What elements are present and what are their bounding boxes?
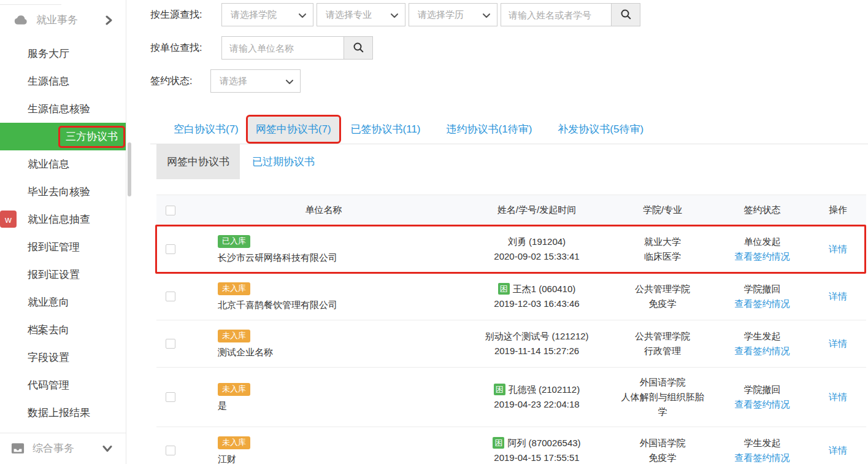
- detail-link[interactable]: 详情: [829, 242, 847, 257]
- sidebar-item-label: 字段设置: [28, 350, 69, 365]
- sidebar-item-13[interactable]: 代码管理: [0, 371, 126, 399]
- sidebar-item-4[interactable]: 三方协议书: [0, 123, 126, 150]
- major-name: 临床医学: [619, 249, 706, 264]
- company-name: 测试企业名称: [218, 345, 463, 360]
- row-checkbox[interactable]: [166, 392, 175, 402]
- sidebar-group-label: 就业事务: [36, 13, 78, 27]
- major-name: 免疫学: [619, 296, 706, 311]
- company-search-button[interactable]: [344, 36, 373, 60]
- chevron-down-icon: [299, 10, 306, 20]
- college-name: 公共管理学院: [619, 282, 706, 296]
- major-select-value: 请选择专业: [326, 9, 372, 21]
- sidebar-item-12[interactable]: 字段设置: [0, 344, 126, 371]
- subtab-2[interactable]: 已过期协议书: [252, 144, 315, 179]
- sidebar-item-5[interactable]: 就业信息: [0, 150, 126, 178]
- filter-row-source: 按生源查找: 请选择学院 请选择专业 请选择学历: [150, 3, 868, 26]
- tab-5[interactable]: 补发协议书(5待审): [558, 122, 643, 136]
- sidebar-item-11[interactable]: 档案去向: [0, 316, 126, 344]
- table-row: 未入库 是 困孔德强 (2102112) 2019-04-23 22:04:18…: [156, 368, 866, 427]
- tab-2[interactable]: 网签中协议书(7): [246, 115, 341, 144]
- agreement-subtabs: 网签中协议书已过期协议书: [156, 144, 868, 179]
- company-filter-label: 按单位查找:: [150, 42, 221, 55]
- college-name: 外国语学院: [619, 436, 706, 450]
- cloud-icon: [12, 15, 28, 26]
- detail-link[interactable]: 详情: [829, 289, 847, 304]
- row-checkbox[interactable]: [166, 244, 175, 254]
- tab-1[interactable]: 空白协议书(7): [174, 122, 239, 136]
- chevron-down-icon: [102, 445, 112, 452]
- sidebar-item-9[interactable]: 报到证设置: [0, 261, 126, 288]
- sidebar-item-8[interactable]: 报到证管理: [0, 233, 126, 261]
- status-filter-label: 签约状态:: [150, 75, 210, 88]
- chevron-down-icon: [286, 76, 293, 87]
- row-checkbox[interactable]: [166, 339, 175, 349]
- store-status-badge: 未入库: [218, 383, 250, 396]
- tab-4[interactable]: 违约协议书(1待审): [447, 122, 532, 136]
- view-sign-status-link[interactable]: 查看签约情况: [735, 296, 790, 311]
- sign-status-text: 单位发起: [715, 234, 810, 249]
- company-name: 北京千喜鹊餐饮管理有限公司: [218, 298, 463, 312]
- row-checkbox[interactable]: [166, 446, 175, 455]
- table-body: 已入库 长沙市云研网络科技有限公司 刘勇 (191204) 2020-09-02…: [156, 226, 866, 464]
- college-select[interactable]: 请选择学院: [221, 3, 313, 26]
- student-name-id: 阿列 (870026543): [507, 438, 580, 448]
- major-name: 免疫学: [619, 450, 706, 464]
- detail-link[interactable]: 详情: [829, 336, 847, 351]
- college-name: 公共管理学院: [619, 329, 706, 344]
- sidebar-item-10[interactable]: 就业意向: [0, 288, 126, 316]
- major-select[interactable]: 请选择专业: [317, 3, 405, 26]
- tab-3[interactable]: 已签协议书(11): [351, 122, 421, 136]
- sign-status-text: 学院撤回: [715, 382, 810, 397]
- sign-status-text: 学院撤回: [715, 282, 810, 296]
- view-sign-status-link[interactable]: 查看签约情况: [735, 397, 790, 412]
- sidebar-item-3[interactable]: 生源信息核验: [0, 95, 126, 123]
- table-row: 已入库 长沙市云研网络科技有限公司 刘勇 (191204) 2020-09-02…: [156, 226, 866, 273]
- student-name-input[interactable]: [501, 3, 612, 26]
- initiated-time: 2019-04-23 22:04:18: [463, 397, 610, 412]
- student-name-id: 刘勇 (191204): [508, 236, 566, 247]
- column-header: 姓名/学号/发起时间: [463, 204, 610, 216]
- source-filter-label: 按生源查找:: [150, 9, 221, 21]
- initiated-time: 2019-11-14 15:27:26: [463, 344, 610, 358]
- company-name: 是: [218, 398, 463, 413]
- source-search-button[interactable]: [611, 3, 640, 26]
- row-checkbox[interactable]: [166, 292, 175, 301]
- detail-link[interactable]: 详情: [829, 443, 847, 458]
- subtab-1[interactable]: 网签中协议书: [156, 144, 240, 179]
- company-name-input[interactable]: [221, 36, 344, 60]
- chevron-down-icon: [483, 10, 490, 20]
- major-name: 人体解剖与组织胚胎学: [619, 390, 706, 419]
- filter-row-company: 按单位查找:: [150, 36, 868, 60]
- store-status-badge: 未入库: [218, 282, 250, 295]
- sidebar-item-6[interactable]: 毕业去向核验: [0, 178, 126, 206]
- sidebar-item-label: 三方协议书: [58, 126, 125, 148]
- sidebar-group-employment[interactable]: 就业事务: [0, 0, 126, 40]
- sign-status-select-value: 请选择: [220, 75, 247, 87]
- column-header: 单位名称: [184, 204, 463, 216]
- w-notification-badge: w: [0, 211, 17, 228]
- college-name: 就业大学: [619, 234, 706, 249]
- detail-link[interactable]: 详情: [829, 390, 847, 404]
- chevron-down-icon: [391, 10, 398, 20]
- degree-select[interactable]: 请选择学历: [409, 3, 497, 26]
- select-all-checkbox[interactable]: [166, 206, 175, 215]
- view-sign-status-link[interactable]: 查看签约情况: [735, 249, 790, 264]
- sidebar-item-2[interactable]: 生源信息: [0, 68, 126, 95]
- student-name-id: 王杰1 (060410): [513, 284, 576, 294]
- sign-status-select[interactable]: 请选择: [210, 69, 301, 93]
- sidebar-item-14[interactable]: 数据上报结果: [0, 399, 126, 427]
- poverty-badge: 困: [498, 283, 510, 295]
- store-status-badge: 未入库: [218, 330, 250, 342]
- table-row: 未入库 江财 困阿列 (870026543) 2019-04-15 17:55:…: [156, 427, 866, 464]
- sidebar-item-1[interactable]: 服务大厅: [0, 40, 126, 68]
- store-status-badge: 已入库: [218, 235, 250, 248]
- agreement-table: 单位名称姓名/学号/发起时间学院/专业签约状态操作 已入库 长沙市云研网络科技有…: [156, 195, 866, 464]
- store-status-badge: 未入库: [218, 436, 250, 449]
- student-name-id: 别动这个测试号 (121212): [485, 331, 588, 341]
- tray-icon: [11, 443, 25, 454]
- sidebar-item-7[interactable]: 就业信息抽查 w: [0, 206, 126, 233]
- sidebar-group-general[interactable]: 综合事务: [0, 433, 126, 463]
- view-sign-status-link[interactable]: 查看签约情况: [735, 344, 790, 358]
- view-sign-status-link[interactable]: 查看签约情况: [735, 450, 790, 464]
- company-name: 长沙市云研网络科技有限公司: [218, 250, 463, 265]
